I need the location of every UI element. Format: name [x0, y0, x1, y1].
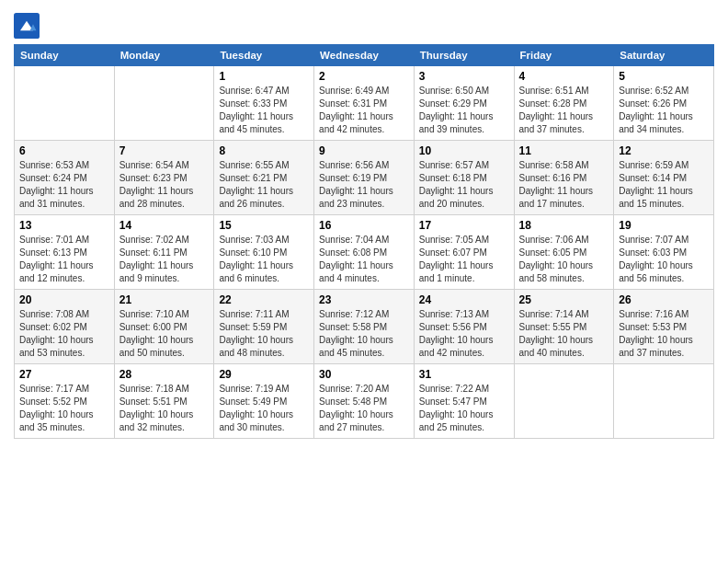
day-number: 6: [19, 144, 109, 157]
calendar-cell: 5Sunrise: 6:52 AMSunset: 6:26 PMDaylight…: [614, 66, 714, 141]
calendar-cell: 11Sunrise: 6:58 AMSunset: 6:16 PMDayligh…: [514, 141, 614, 215]
calendar-cell: 19Sunrise: 7:07 AMSunset: 6:03 PMDayligh…: [614, 215, 714, 290]
calendar-cell: 13Sunrise: 7:01 AMSunset: 6:13 PMDayligh…: [15, 215, 115, 290]
day-number: 24: [419, 293, 509, 306]
day-info: Sunrise: 7:05 AMSunset: 6:07 PMDaylight:…: [419, 234, 509, 285]
day-number: 14: [119, 219, 210, 232]
calendar-cell: 23Sunrise: 7:12 AMSunset: 5:58 PMDayligh…: [314, 290, 415, 364]
calendar-cell: 1Sunrise: 6:47 AMSunset: 6:33 PMDaylight…: [214, 66, 314, 141]
day-info: Sunrise: 7:10 AMSunset: 6:00 PMDaylight:…: [119, 308, 210, 360]
calendar-cell: [514, 364, 614, 439]
logo: [14, 13, 43, 39]
day-info: Sunrise: 6:57 AMSunset: 6:18 PMDaylight:…: [419, 159, 509, 211]
day-info: Sunrise: 7:17 AMSunset: 5:52 PMDaylight:…: [19, 383, 109, 434]
calendar-cell: 3Sunrise: 6:50 AMSunset: 6:29 PMDaylight…: [414, 66, 514, 141]
calendar-cell: 20Sunrise: 7:08 AMSunset: 6:02 PMDayligh…: [15, 290, 115, 364]
day-number: 29: [219, 368, 309, 381]
day-number: 20: [19, 293, 109, 306]
day-info: Sunrise: 7:12 AMSunset: 5:58 PMDaylight:…: [319, 308, 409, 360]
calendar-cell: 17Sunrise: 7:05 AMSunset: 6:07 PMDayligh…: [414, 215, 514, 290]
calendar-cell: 27Sunrise: 7:17 AMSunset: 5:52 PMDayligh…: [15, 364, 115, 439]
day-number: 3: [419, 70, 509, 83]
calendar-cell: 18Sunrise: 7:06 AMSunset: 6:05 PMDayligh…: [514, 215, 614, 290]
day-number: 21: [119, 293, 210, 306]
day-info: Sunrise: 6:49 AMSunset: 6:31 PMDaylight:…: [319, 85, 409, 136]
calendar-cell: [614, 364, 714, 439]
weekday-row: SundayMondayTuesdayWednesdayThursdayFrid…: [15, 45, 714, 66]
day-number: 11: [519, 144, 609, 157]
day-number: 15: [219, 219, 309, 232]
day-number: 4: [519, 70, 609, 83]
weekday-header-thursday: Thursday: [414, 45, 514, 66]
day-info: Sunrise: 7:16 AMSunset: 5:53 PMDaylight:…: [619, 308, 709, 360]
day-number: 19: [619, 219, 709, 232]
calendar-week-5: 27Sunrise: 7:17 AMSunset: 5:52 PMDayligh…: [15, 364, 714, 439]
calendar-cell: 14Sunrise: 7:02 AMSunset: 6:11 PMDayligh…: [114, 215, 214, 290]
day-info: Sunrise: 7:08 AMSunset: 6:02 PMDaylight:…: [19, 308, 109, 360]
day-info: Sunrise: 7:13 AMSunset: 5:56 PMDaylight:…: [419, 308, 509, 360]
calendar-cell: 22Sunrise: 7:11 AMSunset: 5:59 PMDayligh…: [214, 290, 314, 364]
calendar-cell: 12Sunrise: 6:59 AMSunset: 6:14 PMDayligh…: [614, 141, 714, 215]
day-info: Sunrise: 7:20 AMSunset: 5:48 PMDaylight:…: [319, 383, 409, 434]
calendar-week-2: 6Sunrise: 6:53 AMSunset: 6:24 PMDaylight…: [15, 141, 714, 215]
calendar-week-3: 13Sunrise: 7:01 AMSunset: 6:13 PMDayligh…: [15, 215, 714, 290]
day-number: 28: [119, 368, 210, 381]
calendar-cell: 6Sunrise: 6:53 AMSunset: 6:24 PMDaylight…: [15, 141, 115, 215]
day-number: 7: [119, 144, 210, 157]
day-info: Sunrise: 7:22 AMSunset: 5:47 PMDaylight:…: [419, 383, 509, 434]
calendar-cell: 16Sunrise: 7:04 AMSunset: 6:08 PMDayligh…: [314, 215, 415, 290]
day-info: Sunrise: 7:18 AMSunset: 5:51 PMDaylight:…: [119, 383, 210, 434]
weekday-header-saturday: Saturday: [614, 45, 714, 66]
calendar-body: 1Sunrise: 6:47 AMSunset: 6:33 PMDaylight…: [15, 66, 714, 439]
calendar-cell: 24Sunrise: 7:13 AMSunset: 5:56 PMDayligh…: [414, 290, 514, 364]
day-info: Sunrise: 6:52 AMSunset: 6:26 PMDaylight:…: [619, 85, 709, 136]
day-info: Sunrise: 7:06 AMSunset: 6:05 PMDaylight:…: [519, 234, 609, 285]
calendar-cell: 30Sunrise: 7:20 AMSunset: 5:48 PMDayligh…: [314, 364, 415, 439]
day-info: Sunrise: 7:02 AMSunset: 6:11 PMDaylight:…: [119, 234, 210, 285]
day-info: Sunrise: 7:07 AMSunset: 6:03 PMDaylight:…: [619, 234, 709, 285]
day-number: 18: [519, 219, 609, 232]
day-number: 13: [19, 219, 109, 232]
weekday-header-monday: Monday: [114, 45, 214, 66]
calendar-week-1: 1Sunrise: 6:47 AMSunset: 6:33 PMDaylight…: [15, 66, 714, 141]
calendar-cell: 10Sunrise: 6:57 AMSunset: 6:18 PMDayligh…: [414, 141, 514, 215]
day-number: 10: [419, 144, 509, 157]
day-number: 26: [619, 293, 709, 306]
day-info: Sunrise: 6:58 AMSunset: 6:16 PMDaylight:…: [519, 159, 609, 211]
day-info: Sunrise: 6:53 AMSunset: 6:24 PMDaylight:…: [19, 159, 109, 211]
calendar-cell: [114, 66, 214, 141]
day-info: Sunrise: 6:59 AMSunset: 6:14 PMDaylight:…: [619, 159, 709, 211]
day-info: Sunrise: 6:47 AMSunset: 6:33 PMDaylight:…: [219, 85, 309, 136]
page-header: [14, 9, 714, 39]
day-number: 9: [319, 144, 409, 157]
day-info: Sunrise: 7:19 AMSunset: 5:49 PMDaylight:…: [219, 383, 309, 434]
calendar-cell: 28Sunrise: 7:18 AMSunset: 5:51 PMDayligh…: [114, 364, 214, 439]
day-number: 31: [419, 368, 509, 381]
calendar-cell: 2Sunrise: 6:49 AMSunset: 6:31 PMDaylight…: [314, 66, 415, 141]
day-number: 1: [219, 70, 309, 83]
weekday-header-sunday: Sunday: [15, 45, 115, 66]
logo-icon: [14, 13, 40, 39]
day-info: Sunrise: 7:03 AMSunset: 6:10 PMDaylight:…: [219, 234, 309, 285]
day-number: 30: [319, 368, 409, 381]
weekday-header-tuesday: Tuesday: [214, 45, 314, 66]
day-info: Sunrise: 7:01 AMSunset: 6:13 PMDaylight:…: [19, 234, 109, 285]
calendar-cell: 31Sunrise: 7:22 AMSunset: 5:47 PMDayligh…: [414, 364, 514, 439]
calendar-header: SundayMondayTuesdayWednesdayThursdayFrid…: [15, 45, 714, 66]
calendar-cell: 29Sunrise: 7:19 AMSunset: 5:49 PMDayligh…: [214, 364, 314, 439]
calendar-cell: 7Sunrise: 6:54 AMSunset: 6:23 PMDaylight…: [114, 141, 214, 215]
day-number: 8: [219, 144, 309, 157]
calendar-cell: 9Sunrise: 6:56 AMSunset: 6:19 PMDaylight…: [314, 141, 415, 215]
calendar-cell: 8Sunrise: 6:55 AMSunset: 6:21 PMDaylight…: [214, 141, 314, 215]
day-number: 12: [619, 144, 709, 157]
day-number: 16: [319, 219, 409, 232]
day-number: 5: [619, 70, 709, 83]
calendar-cell: 25Sunrise: 7:14 AMSunset: 5:55 PMDayligh…: [514, 290, 614, 364]
calendar-cell: 4Sunrise: 6:51 AMSunset: 6:28 PMDaylight…: [514, 66, 614, 141]
day-info: Sunrise: 7:14 AMSunset: 5:55 PMDaylight:…: [519, 308, 609, 360]
day-info: Sunrise: 6:55 AMSunset: 6:21 PMDaylight:…: [219, 159, 309, 211]
weekday-header-wednesday: Wednesday: [314, 45, 415, 66]
calendar-week-4: 20Sunrise: 7:08 AMSunset: 6:02 PMDayligh…: [15, 290, 714, 364]
day-info: Sunrise: 6:50 AMSunset: 6:29 PMDaylight:…: [419, 85, 509, 136]
weekday-header-friday: Friday: [514, 45, 614, 66]
